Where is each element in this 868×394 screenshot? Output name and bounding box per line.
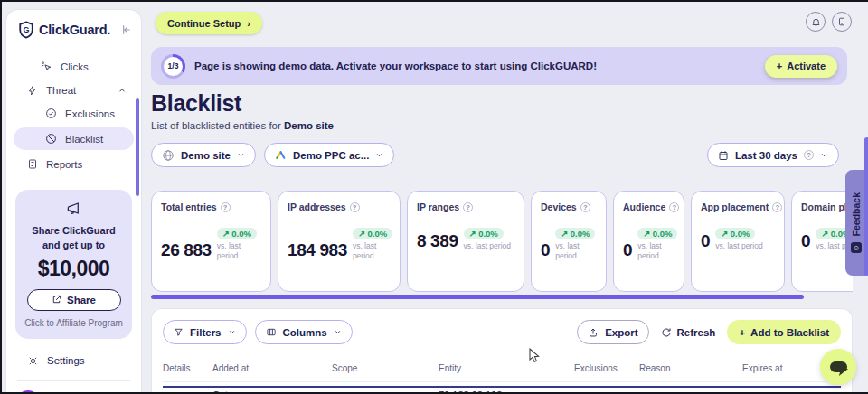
refresh-button[interactable]: Refresh: [657, 327, 720, 338]
columns-label: Columns: [283, 327, 327, 338]
trend-up-icon: ↗: [561, 229, 568, 239]
stat-caption: vs. last period: [637, 241, 675, 260]
col-header-exclusions[interactable]: Exclusions: [574, 363, 639, 373]
col-header-entity[interactable]: Entity: [439, 363, 574, 373]
continue-setup-button[interactable]: Continue Setup ›: [156, 12, 262, 34]
export-button[interactable]: Export: [577, 320, 648, 344]
page-subtitle-site: Demo site: [284, 120, 334, 131]
book-icon: [837, 16, 846, 27]
table-row[interactable]: Oct 70.188.98.108: [163, 386, 841, 394]
add-to-blacklist-button[interactable]: + Add to Blacklist: [727, 320, 841, 344]
stat-value: 0: [623, 240, 632, 260]
sidebar-nav: Clicks Threat Exclusions Blacklist: [6, 55, 141, 175]
promo-amount: $10,000: [23, 257, 125, 281]
stat-card-devices: Devices? 0 ↗ 0.0% vs. last period: [531, 191, 607, 292]
notifications-button[interactable]: [806, 12, 826, 32]
stat-caption: vs. last period: [715, 241, 762, 251]
chat-bubble-icon: [830, 361, 847, 372]
col-header-added-at[interactable]: Added at: [212, 363, 332, 373]
activate-button[interactable]: + Activate: [765, 55, 837, 78]
trend-badge: ↗ 0.0%: [353, 228, 392, 239]
col-header-scope[interactable]: Scope: [332, 363, 439, 373]
feedback-label: Feedback: [851, 192, 862, 236]
trend-up-icon: ↗: [643, 229, 650, 239]
demo-data-banner: 1/3 Page is showing demo data. Activate …: [151, 47, 847, 85]
stat-label: Devices: [541, 202, 577, 212]
stat-value: 0: [541, 240, 550, 260]
info-icon[interactable]: ?: [463, 202, 473, 212]
trend-badge: ↗ 0.0%: [637, 228, 677, 239]
avatar: NA: [16, 390, 40, 394]
ppc-account-value: Demo PPC ac...: [293, 150, 369, 161]
sidebar-item-blacklist[interactable]: Blacklist: [14, 127, 134, 150]
export-icon: [588, 327, 599, 338]
trend-up-icon: ↗: [222, 229, 230, 239]
sidebar-collapse-icon[interactable]: [119, 23, 132, 36]
stat-value: 0: [701, 231, 710, 251]
stat-value: 184 983: [288, 240, 347, 260]
trend-value: 0.0%: [731, 229, 750, 239]
stat-label: Total entries: [161, 202, 217, 212]
site-selector[interactable]: Demo site: [151, 143, 256, 167]
sidebar-item-exclusions[interactable]: Exclusions: [6, 102, 141, 125]
columns-button[interactable]: Columns: [255, 320, 353, 344]
export-label: Export: [605, 327, 637, 338]
add-to-blacklist-label: Add to Blacklist: [750, 327, 829, 338]
settings-label: Settings: [47, 355, 85, 366]
promo-footer: Click to Affiliate Program: [23, 318, 125, 328]
info-icon[interactable]: ?: [669, 202, 679, 212]
sidebar-item-settings[interactable]: Settings: [6, 355, 141, 367]
trend-badge: ↗ 0.0%: [217, 228, 257, 239]
info-icon[interactable]: ?: [772, 202, 782, 212]
app-name: ClickGuard.: [39, 23, 110, 37]
megaphone-icon: [66, 202, 81, 215]
gear-icon: [27, 355, 39, 367]
filters-label: Filters: [190, 327, 222, 338]
chevron-down-icon: [375, 151, 383, 159]
info-icon[interactable]: ?: [350, 202, 360, 212]
share-label: Share: [67, 295, 96, 305]
help-docs-button[interactable]: [832, 12, 852, 32]
date-range-selector[interactable]: Last 30 days ?: [707, 143, 839, 167]
stat-caption: vs. last period: [353, 241, 391, 260]
stat-value: 26 883: [161, 240, 212, 260]
chevron-down-icon: [820, 151, 828, 159]
ppc-account-selector[interactable]: Demo PPC ac...: [264, 143, 394, 167]
cards-horizontal-scrollbar[interactable]: [151, 295, 804, 299]
affiliate-promo-card[interactable]: Share ClickGuard and get up to $10,000 S…: [15, 190, 132, 339]
chat-launcher-button[interactable]: [820, 349, 856, 385]
trend-value: 0.0%: [478, 229, 498, 239]
google-ads-icon: [275, 150, 287, 161]
trend-badge: ↗ 0.0%: [715, 228, 755, 239]
stat-label: Audience: [623, 202, 665, 212]
funnel-icon: [174, 327, 184, 337]
sidebar-item-reports[interactable]: Reports: [6, 153, 141, 175]
share-button[interactable]: Share: [27, 289, 121, 311]
stat-card-domain-placement: Domain placement? 0 ↗ 0.0% vs. last peri…: [791, 191, 853, 292]
refresh-label: Refresh: [677, 327, 716, 338]
info-icon[interactable]: ?: [580, 202, 590, 212]
chevron-up-icon[interactable]: [118, 86, 127, 95]
trend-up-icon: ↗: [358, 229, 365, 239]
info-icon[interactable]: ?: [221, 202, 231, 212]
stat-label: App placement: [701, 202, 769, 212]
block-icon: [45, 133, 57, 145]
cell-entity: 70.188.98.108: [439, 389, 574, 394]
col-header-reason[interactable]: Reason: [639, 363, 742, 373]
sidebar: G ClickGuard. Clicks Threat Excl: [5, 9, 142, 392]
trend-value: 0.0%: [231, 229, 251, 239]
user-menu[interactable]: NA gmail.com naatali.ro@gmail.com: [6, 381, 141, 394]
stat-card-total-entries: Total entries? 26 883 ↗ 0.0% vs. last pe…: [151, 191, 271, 292]
sidebar-item-threat[interactable]: Threat: [6, 79, 141, 101]
sidebar-item-clicks[interactable]: Clicks: [6, 55, 141, 78]
feedback-smiley-icon: ☺: [851, 242, 862, 253]
filters-button[interactable]: Filters: [163, 320, 247, 344]
stat-caption: vs. last period: [555, 241, 597, 260]
stat-label: IP addresses: [288, 202, 346, 212]
trend-up-icon: ↗: [469, 229, 476, 239]
chevron-down-icon: [228, 328, 236, 336]
page-vertical-scrollbar[interactable]: [864, 137, 868, 276]
table-header-row: Details Added at Scope Entity Exclusions…: [163, 363, 841, 382]
col-header-details[interactable]: Details: [163, 363, 212, 373]
sidebar-scrollbar[interactable]: [136, 98, 139, 196]
